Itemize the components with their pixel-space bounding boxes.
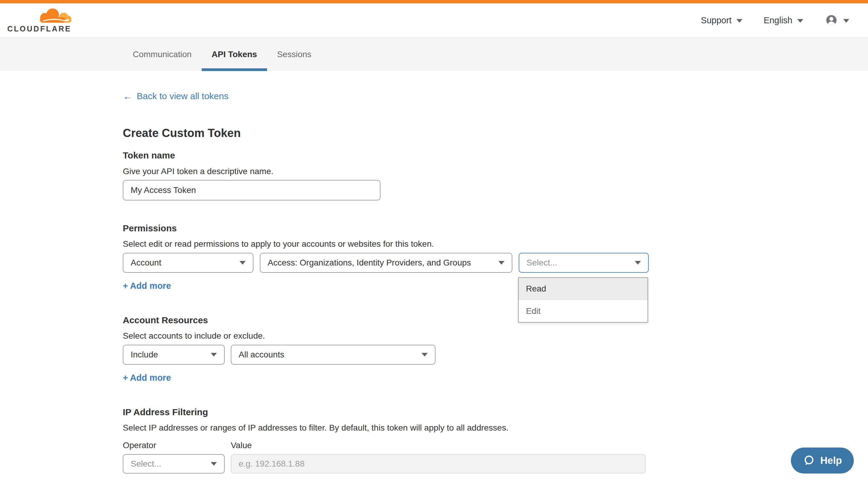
token-name-input[interactable] xyxy=(123,180,380,200)
page-title: Create Custom Token xyxy=(123,127,241,140)
support-menu-label: Support xyxy=(701,15,732,25)
account-resources-description: Select accounts to include or exclude. xyxy=(123,331,265,341)
menu-option-read[interactable]: Read xyxy=(519,278,648,300)
account-menu[interactable] xyxy=(825,13,849,27)
tab-communication[interactable]: Communication xyxy=(123,38,202,71)
permissions-row: Account Access: Organizations, Identity … xyxy=(123,253,649,273)
tab-sessions[interactable]: Sessions xyxy=(267,38,321,71)
cloudflare-logo[interactable]: CLOUDFLARE xyxy=(7,8,73,33)
resource-accounts-value: All accounts xyxy=(239,350,284,359)
permission-level-menu: Read Edit xyxy=(518,277,648,323)
chevron-down-icon xyxy=(240,261,246,265)
account-resources-row: Include All accounts xyxy=(123,345,435,365)
cloudflare-cloud-icon xyxy=(34,8,73,24)
ip-value-input[interactable] xyxy=(231,454,646,474)
language-menu-label: English xyxy=(764,15,793,25)
ip-filtering-description: Select IP addresses or ranges of IP addr… xyxy=(123,423,508,433)
help-button-label: Help xyxy=(820,455,842,466)
back-link-label: Back to view all tokens xyxy=(137,91,228,101)
main-content: ← Back to view all tokens Create Custom … xyxy=(0,71,868,482)
permission-level-select[interactable]: Select... xyxy=(519,253,649,273)
cloudflare-wordmark: CLOUDFLARE xyxy=(7,25,71,33)
chevron-down-icon xyxy=(211,462,217,466)
permission-level-placeholder: Select... xyxy=(527,258,557,268)
support-menu[interactable]: Support xyxy=(701,15,743,25)
top-accent-bar xyxy=(0,0,868,3)
token-name-heading: Token name xyxy=(123,150,175,161)
resource-mode-value: Include xyxy=(131,350,158,359)
chevron-down-icon xyxy=(737,19,743,23)
operator-label: Operator xyxy=(123,441,156,450)
profile-tabs: Communication API Tokens Sessions xyxy=(0,38,868,71)
permission-scope-value: Account xyxy=(131,258,161,268)
resource-accounts-select[interactable]: All accounts xyxy=(231,345,435,365)
back-to-tokens-link[interactable]: ← Back to view all tokens xyxy=(123,91,228,101)
tab-api-tokens[interactable]: API Tokens xyxy=(202,38,267,71)
ip-operator-placeholder: Select... xyxy=(131,459,161,469)
language-menu[interactable]: English xyxy=(764,15,803,25)
chevron-down-icon xyxy=(498,261,504,265)
create-custom-token-page: CLOUDFLARE Support English xyxy=(0,0,868,482)
token-name-description: Give your API token a descriptive name. xyxy=(123,167,273,176)
global-header: CLOUDFLARE Support English xyxy=(0,3,868,38)
chevron-down-icon xyxy=(422,353,428,356)
chevron-down-icon xyxy=(797,19,803,23)
header-controls: Support English xyxy=(701,13,849,27)
resource-mode-select[interactable]: Include xyxy=(123,345,225,365)
help-button[interactable]: Help xyxy=(791,448,854,474)
value-label: Value xyxy=(231,441,252,450)
account-resources-heading: Account Resources xyxy=(123,315,208,325)
menu-option-edit[interactable]: Edit xyxy=(519,300,648,322)
account-resources-add-more-link[interactable]: + Add more xyxy=(123,373,171,383)
ip-operator-select[interactable]: Select... xyxy=(123,454,225,474)
left-arrow-icon: ← xyxy=(123,91,132,101)
permissions-description: Select edit or read permissions to apply… xyxy=(123,239,434,249)
permissions-heading: Permissions xyxy=(123,223,177,233)
permission-group-value: Access: Organizations, Identity Provider… xyxy=(268,258,471,268)
ip-filtering-heading: IP Address Filtering xyxy=(123,407,208,417)
permission-scope-select[interactable]: Account xyxy=(123,253,253,273)
chat-bubble-icon xyxy=(803,454,815,467)
chevron-down-icon xyxy=(843,19,849,23)
permissions-add-more-link[interactable]: + Add more xyxy=(123,281,171,291)
permission-group-select[interactable]: Access: Organizations, Identity Provider… xyxy=(260,253,512,273)
user-avatar-icon xyxy=(825,13,838,27)
chevron-down-icon xyxy=(635,261,641,265)
ip-filtering-row: Select... xyxy=(123,454,646,474)
chevron-down-icon xyxy=(211,353,217,356)
